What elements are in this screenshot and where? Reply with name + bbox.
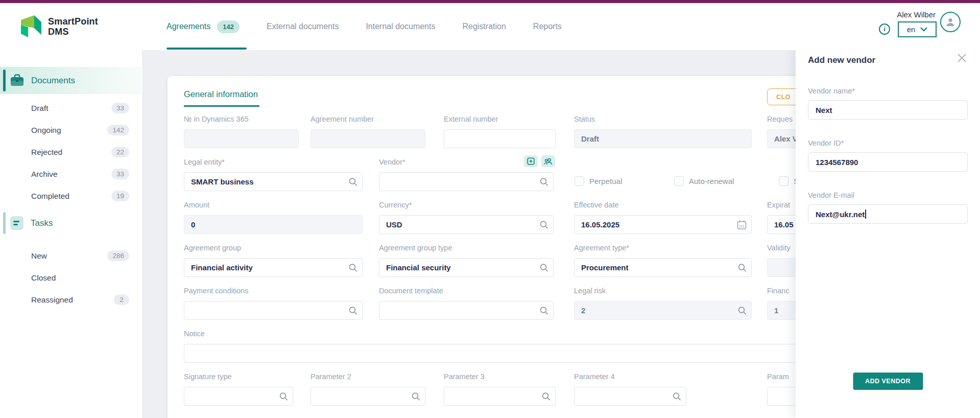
- tab-internal-documents[interactable]: Internal documents: [366, 22, 435, 31]
- sidebar-item-rejected[interactable]: Rejected 22: [0, 141, 142, 163]
- search-icon[interactable]: [738, 263, 747, 272]
- legal-entity-input[interactable]: SMART business: [184, 172, 363, 191]
- field-agreement-number: Agreement number: [310, 115, 425, 148]
- agreement-group-input[interactable]: Financial activity: [184, 258, 363, 277]
- sidebar-item-reassigned[interactable]: Reassigned 2: [0, 289, 142, 311]
- user-name: Alex Wilber: [897, 10, 936, 19]
- checkbox-perpetual-row: Perpetual: [575, 176, 622, 186]
- sidebar-section-tasks[interactable]: Tasks: [0, 210, 142, 237]
- perpetual-checkbox[interactable]: [575, 176, 584, 186]
- field-effective-date: Effective date 16.05.2025: [574, 201, 752, 234]
- search-icon[interactable]: [540, 177, 548, 186]
- document-template-input[interactable]: [379, 301, 554, 320]
- signature-type-input[interactable]: [184, 387, 293, 406]
- add-vendor-panel: Add new vendor Vendor name* Next Vendor …: [796, 50, 980, 418]
- vendor-email-label: Vendor E-mail: [808, 191, 968, 201]
- sidebar-item-archive[interactable]: Archive 33: [0, 163, 142, 185]
- language-value: en: [907, 26, 915, 34]
- tab-external-documents[interactable]: External documents: [267, 22, 339, 31]
- close-icon[interactable]: [957, 53, 967, 63]
- vendor-name-input[interactable]: Next: [808, 100, 968, 120]
- calendar-icon[interactable]: [737, 220, 747, 229]
- search-icon[interactable]: [349, 177, 357, 186]
- effective-date-input[interactable]: 16.05.2025: [574, 215, 752, 234]
- agreement-type-input[interactable]: Procurement: [574, 258, 752, 277]
- parameter4-input[interactable]: [574, 387, 686, 406]
- parameter2-input[interactable]: [310, 387, 425, 406]
- search-icon[interactable]: [540, 220, 548, 229]
- tab-general-information[interactable]: General information: [184, 89, 259, 107]
- tab-agreements[interactable]: Agreements 142: [166, 20, 240, 33]
- agreement-number-input[interactable]: [310, 129, 425, 148]
- field-label: Document template: [379, 287, 554, 297]
- field-parameter4: Parameter 4: [574, 373, 686, 406]
- add-vendor-button[interactable]: ADD VENDOR: [853, 373, 923, 390]
- search-icon[interactable]: [349, 263, 357, 272]
- sidebar-item-draft[interactable]: Draft 33: [0, 97, 142, 119]
- notice-input[interactable]: [184, 344, 848, 363]
- chevron-down-icon: [920, 27, 927, 32]
- top-accent-bar: [0, 0, 980, 3]
- currency-input[interactable]: USD: [379, 215, 554, 234]
- search-icon[interactable]: [540, 263, 548, 272]
- external-number-input[interactable]: [444, 129, 556, 148]
- payment-conditions-input[interactable]: [184, 301, 363, 320]
- dynamics-no-input[interactable]: [184, 129, 299, 148]
- tab-reports[interactable]: Reports: [533, 22, 562, 31]
- count-badge: 19: [111, 191, 129, 201]
- field-legal-entity: Legal entity* SMART business: [184, 158, 363, 191]
- sidebar-section-documents[interactable]: Documents: [0, 67, 142, 94]
- amount-input[interactable]: 0: [184, 215, 363, 234]
- field-external-number: External number: [444, 115, 556, 148]
- count-badge: 2: [114, 294, 129, 305]
- active-section-bar: [3, 69, 6, 91]
- search-icon[interactable]: [279, 392, 288, 401]
- add-vendor-icon[interactable]: [524, 155, 538, 167]
- tasks-icon: [10, 216, 23, 230]
- vendor-name-label: Vendor name*: [808, 87, 968, 97]
- agreement-group-type-input[interactable]: Financial security: [379, 258, 554, 277]
- count-badge: 33: [111, 103, 129, 113]
- vendor-contacts-icon[interactable]: [541, 155, 555, 167]
- field-status: Status Draft: [574, 115, 752, 148]
- count-badge: 142: [107, 125, 129, 135]
- sidebar-section-label: Documents: [31, 76, 75, 86]
- search-icon[interactable]: [738, 306, 747, 315]
- field-label: Currency*: [379, 201, 554, 211]
- search-icon[interactable]: [412, 392, 420, 401]
- sidebar-item-closed[interactable]: Closed: [0, 267, 142, 289]
- st-checkbox[interactable]: [779, 176, 788, 186]
- person-icon: [945, 16, 956, 28]
- agreement-card: General information CLO № in Dynamics 36…: [168, 76, 882, 418]
- field-parameter2: Parameter 2: [310, 373, 425, 406]
- search-icon[interactable]: [673, 392, 681, 401]
- field-label: Signature type: [184, 373, 293, 383]
- sidebar-item-new[interactable]: New 286: [0, 245, 142, 267]
- language-selector[interactable]: en: [898, 21, 937, 37]
- sidebar-item-completed[interactable]: Completed 19: [0, 185, 142, 207]
- vendor-actions: [524, 155, 555, 167]
- field-label: Status: [574, 115, 752, 125]
- parameter3-input[interactable]: [444, 387, 556, 406]
- field-agreement-group: Agreement group Financial activity: [184, 244, 363, 277]
- checkbox-auto-renewal-row: Auto-renewal: [674, 176, 734, 186]
- tab-registration[interactable]: Registration: [462, 22, 506, 31]
- sidebar-item-ongoing[interactable]: Ongoing 142: [0, 119, 142, 141]
- briefcase-icon: [10, 74, 24, 87]
- agreements-count-badge: 142: [217, 20, 240, 33]
- vendor-input[interactable]: [379, 172, 554, 191]
- field-label: Legal entity*: [184, 158, 363, 168]
- avatar[interactable]: [940, 12, 961, 32]
- legal-risk-input[interactable]: 2: [574, 301, 752, 320]
- panel-title: Add new vendor: [808, 55, 968, 65]
- field-label: Payment conditions: [184, 287, 363, 297]
- auto-renewal-checkbox[interactable]: [674, 176, 684, 186]
- active-tab-underline: [166, 48, 247, 50]
- search-icon[interactable]: [349, 306, 357, 315]
- vendor-email-input[interactable]: Next@ukr.net: [808, 204, 968, 224]
- vendor-id-input[interactable]: 1234567890: [808, 152, 968, 172]
- search-icon[interactable]: [540, 306, 548, 315]
- info-icon[interactable]: i: [879, 24, 890, 35]
- count-badge: 33: [111, 169, 129, 179]
- search-icon[interactable]: [542, 392, 551, 401]
